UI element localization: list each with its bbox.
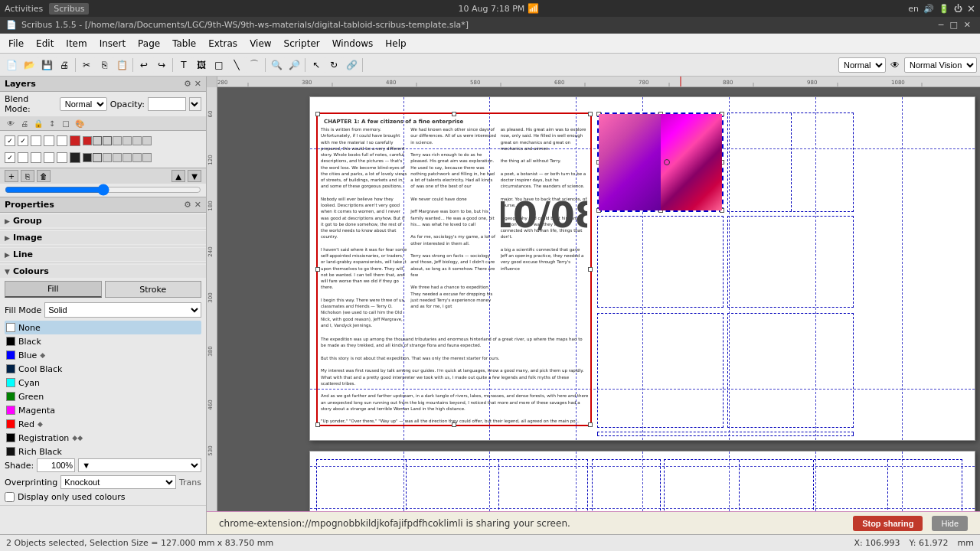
view-mode-select[interactable]: Normal [838, 57, 886, 73]
tb-text[interactable]: T [175, 57, 192, 73]
topbar: Activities Scribus 10 Aug 7:18 PM 📶 en 🔊… [0, 0, 980, 17]
canvas-area[interactable]: 280 380 480 580 680 780 880 980 [207, 77, 980, 534]
menu-view[interactable]: View [244, 37, 276, 51]
layer2-outline[interactable] [57, 152, 67, 163]
activities-label[interactable]: Activities [5, 4, 43, 14]
selection-info: 2 Objects selected, Selection Size = 127… [6, 538, 273, 548]
tb-zoom-out[interactable]: 🔎 [286, 57, 302, 73]
canvas-content[interactable]: CHAPTER 1: A few citizens of a fine ente… [217, 87, 980, 523]
menu-page[interactable]: Page [132, 37, 165, 51]
prop-group-group-header[interactable]: ▶ Group [0, 214, 206, 227]
tb-copy[interactable]: ⎘ [96, 57, 113, 73]
tb-undo[interactable]: ↩ [136, 57, 152, 73]
layer1-flow[interactable] [44, 135, 54, 146]
duplicate-layer-btn[interactable]: ⎘ [21, 170, 34, 182]
colours-arrow-icon: ▼ [5, 268, 10, 276]
far-right-box-2 [727, 216, 854, 308]
tb-bezier[interactable]: ⌒ [246, 57, 263, 73]
color-none[interactable]: None [5, 321, 201, 334]
hide-button[interactable]: Hide [932, 516, 968, 531]
move-layer-up-btn[interactable]: ▲ [172, 170, 185, 182]
menu-scripter[interactable]: Scripter [279, 37, 325, 51]
fill-mode-select[interactable]: Solid [44, 302, 201, 318]
opacity-arrow[interactable]: ▼ [189, 97, 201, 111]
tb-paste[interactable]: 📋 [113, 57, 130, 73]
color-green[interactable]: Green [5, 390, 201, 403]
tb-rotate[interactable]: ↻ [325, 57, 342, 73]
tb-zoom-in[interactable]: 🔍 [268, 57, 285, 73]
tb-save[interactable]: 💾 [38, 57, 55, 73]
layer1-lock[interactable] [31, 135, 41, 146]
shade-input[interactable] [37, 458, 75, 472]
layer-row-1[interactable]: ✓ ✓ [0, 132, 206, 149]
toolbar: 📄 📂 💾 🖨 ✂ ⎘ 📋 ↩ ↪ T 🖼 □ ╲ ⌒ 🔍 🔎 ↖ ↻ 🔗 No… [0, 54, 980, 77]
layer1-outline[interactable] [57, 135, 67, 146]
tb-cut[interactable]: ✂ [78, 57, 95, 73]
menu-help[interactable]: Help [380, 37, 411, 51]
volume-icon[interactable]: 🔊 [923, 4, 934, 14]
layer1-visible[interactable]: ✓ [5, 135, 15, 146]
layers-slider[interactable] [5, 187, 201, 193]
vision-select[interactable]: Normal Vision [904, 57, 977, 73]
minimize-btn[interactable]: ─ [939, 20, 944, 30]
menu-extras[interactable]: Extras [203, 37, 243, 51]
close-btn[interactable]: ✕ [964, 20, 971, 30]
menu-item[interactable]: Item [60, 37, 92, 51]
layer2-flow[interactable] [44, 152, 54, 163]
lang-label[interactable]: en [908, 4, 919, 14]
shade-select[interactable]: ▼ [78, 458, 201, 472]
color-cyan[interactable]: Cyan [5, 376, 201, 390]
stop-sharing-button[interactable]: Stop sharing [853, 516, 923, 531]
titlebar: 📄 Scribus 1.5.5 - [/home/lara/Documents/… [0, 17, 980, 34]
color-blue[interactable]: Blue ◆ [5, 348, 201, 362]
layer2-visible[interactable]: ✓ [5, 152, 15, 163]
tb-print[interactable]: 🖨 [56, 57, 73, 73]
tb-shape[interactable]: □ [211, 57, 227, 73]
opacity-input[interactable]: 100 % [148, 97, 186, 111]
stroke-tab[interactable]: Stroke [105, 281, 202, 298]
color-rich-black-swatch [6, 447, 15, 456]
maximize-btn[interactable]: □ [949, 20, 957, 30]
tb-new[interactable]: 📄 [3, 57, 20, 73]
layer-row-2[interactable]: ✓ [0, 149, 206, 166]
tb-open[interactable]: 📂 [21, 57, 38, 73]
tb-select[interactable]: ↖ [308, 57, 325, 73]
color-rich-black[interactable]: Rich Black [5, 445, 201, 457]
tb-image[interactable]: 🖼 [193, 57, 210, 73]
col-color-icon: 🎨 [74, 118, 86, 129]
power-icon[interactable]: ⏻ [954, 4, 962, 14]
color-red[interactable]: Red ◆ [5, 417, 201, 431]
prop-group-line-header[interactable]: ▶ Line [0, 248, 206, 261]
color-cool-black[interactable]: Cool Black [5, 362, 201, 376]
close-window-icon[interactable]: ✕ [967, 3, 975, 15]
prop-group-image-header[interactable]: ▶ Image [0, 231, 206, 244]
menu-windows[interactable]: Windows [327, 37, 379, 51]
menu-file[interactable]: File [3, 37, 29, 51]
tb-redo[interactable]: ↪ [153, 57, 170, 73]
menu-insert[interactable]: Insert [94, 37, 131, 51]
tb-link[interactable]: 🔗 [343, 57, 360, 73]
delete-layer-btn[interactable]: 🗑 [37, 170, 51, 182]
display-only-checkbox[interactable] [5, 492, 15, 502]
tb-eye[interactable]: 👁 [887, 57, 903, 73]
properties-close-icon[interactable]: ✕ [194, 200, 201, 210]
tb-line[interactable]: ╲ [228, 57, 245, 73]
properties-settings-icon[interactable]: ⚙ [184, 200, 191, 210]
menu-table[interactable]: Table [167, 37, 201, 51]
layer2-print[interactable] [18, 152, 28, 163]
move-layer-down-btn[interactable]: ▼ [188, 170, 201, 182]
layers-settings-icon[interactable]: ⚙ [184, 79, 191, 89]
layer1-print[interactable]: ✓ [18, 135, 28, 146]
blend-mode-select[interactable]: Normal [60, 97, 107, 111]
layers-close-icon[interactable]: ✕ [194, 79, 201, 89]
color-black[interactable]: Black [5, 334, 201, 348]
app-name-label[interactable]: Scribus [49, 3, 89, 15]
prop-group-colours-header[interactable]: ▼ Colours [0, 265, 206, 278]
color-registration[interactable]: Registration ◆◆ [5, 431, 201, 445]
color-magenta[interactable]: Magenta [5, 403, 201, 417]
menu-edit[interactable]: Edit [31, 37, 59, 51]
add-layer-btn[interactable]: + [5, 170, 18, 182]
overprinting-select[interactable]: Knockout [60, 475, 176, 489]
layer2-lock[interactable] [31, 152, 41, 163]
fill-tab[interactable]: Fill [5, 281, 102, 298]
